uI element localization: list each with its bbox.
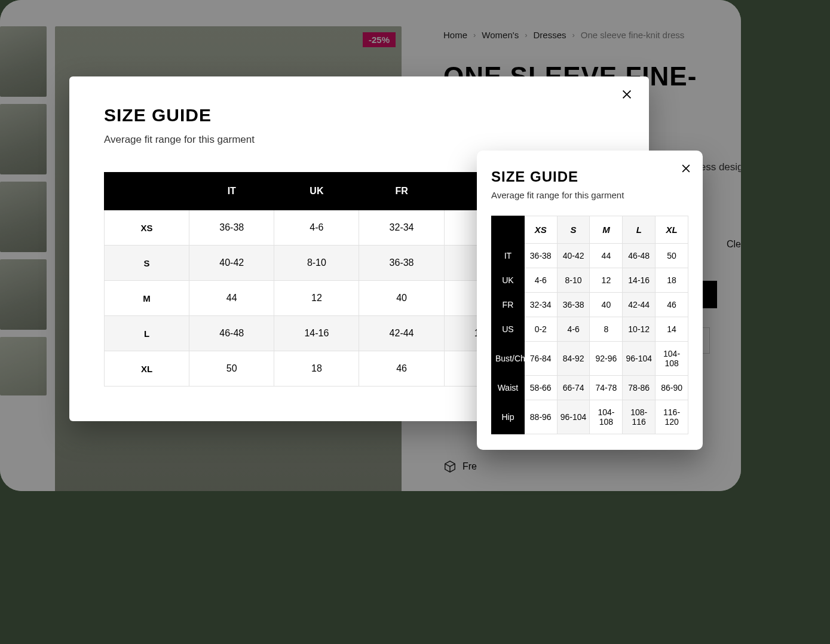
col-l: L: [623, 216, 656, 244]
cell: 44: [590, 244, 623, 268]
cell: 14-16: [274, 316, 359, 351]
size-guide-table-mobile: XS S M L XL IT 36-38 40-42 44 46-48 50 U…: [491, 216, 688, 434]
cell: 14: [656, 317, 688, 342]
cell: 12: [274, 281, 359, 316]
table-row: UK 4-6 8-10 12 14-16 18: [492, 268, 688, 293]
size-label: L: [105, 316, 189, 351]
cell: 32-34: [524, 293, 557, 317]
cell: 8-10: [274, 246, 359, 281]
cell: 40-42: [557, 244, 590, 268]
col-blank: [105, 173, 189, 210]
cell: 50: [656, 244, 688, 268]
cell: 78-86: [623, 376, 656, 400]
shipping-info: Fre: [443, 460, 477, 473]
cell: 86-90: [656, 376, 688, 400]
size-guide-subtitle: Average fit range for this garment: [104, 134, 614, 146]
cell: 84-92: [557, 342, 590, 376]
close-button[interactable]: [620, 87, 633, 104]
header-row: XS S M L XL: [492, 216, 688, 244]
size-guide-title: SIZE GUIDE: [491, 168, 688, 185]
col-blank: [492, 216, 525, 244]
shipping-label: Fre: [463, 461, 477, 472]
row-bust: Bust/Chest: [492, 342, 525, 376]
close-button[interactable]: [680, 160, 692, 179]
col-s: S: [557, 216, 590, 244]
thumbnail[interactable]: [0, 182, 47, 252]
cell: 58-66: [524, 376, 557, 400]
cell: 92-96: [590, 342, 623, 376]
thumbnail[interactable]: [0, 337, 47, 395]
cell: 18: [274, 351, 359, 387]
package-icon: [443, 460, 457, 473]
close-icon: [620, 88, 633, 101]
col-it: IT: [189, 173, 274, 210]
cell: 44: [189, 281, 274, 316]
cell: 36-38: [359, 246, 444, 281]
cell: 8: [590, 317, 623, 342]
table-row: IT 36-38 40-42 44 46-48 50: [492, 244, 688, 268]
col-fr: FR: [359, 173, 444, 210]
row-it: IT: [492, 244, 525, 268]
cell: 40: [359, 281, 444, 316]
cell: 42-44: [359, 316, 444, 351]
row-us: US: [492, 317, 525, 342]
cell: 10-12: [623, 317, 656, 342]
row-hip: Hip: [492, 400, 525, 434]
row-waist: Waist: [492, 376, 525, 400]
col-xs: XS: [524, 216, 557, 244]
table-row: FR 32-34 36-38 40 42-44 46: [492, 293, 688, 317]
cell: 4-6: [557, 317, 590, 342]
breadcrumb-home[interactable]: Home: [443, 30, 467, 40]
col-m: M: [590, 216, 623, 244]
cell: 96-104: [623, 342, 656, 376]
cell: 104-108: [656, 342, 688, 376]
size-guide-modal-mobile: SIZE GUIDE Average fit range for this ga…: [477, 151, 703, 450]
size-label: XL: [105, 351, 189, 387]
size-label: XS: [105, 210, 189, 246]
cell: 46: [656, 293, 688, 317]
close-icon: [680, 162, 692, 174]
breadcrumb: Home› Women's› Dresses› One sleeve fine-…: [443, 30, 712, 40]
cell: 4-6: [524, 268, 557, 293]
cell: 116-120: [656, 400, 688, 434]
row-uk: UK: [492, 268, 525, 293]
cell: 40: [590, 293, 623, 317]
cell: 88-96: [524, 400, 557, 434]
cell: 104-108: [590, 400, 623, 434]
breadcrumb-dresses[interactable]: Dresses: [533, 30, 566, 40]
cell: 40-42: [189, 246, 274, 281]
thumbnail[interactable]: [0, 26, 47, 97]
cell: 96-104: [557, 400, 590, 434]
cell: 46: [359, 351, 444, 387]
cell: 108-116: [623, 400, 656, 434]
cell: 66-74: [557, 376, 590, 400]
table-row: Hip 88-96 96-104 104-108 108-116 116-120: [492, 400, 688, 434]
cell: 12: [590, 268, 623, 293]
size-guide-subtitle: Average fit range for this garment: [491, 190, 688, 200]
breadcrumb-current: One sleeve fine-knit dress: [581, 30, 684, 40]
thumbnail-strip: [0, 26, 47, 395]
thumbnail[interactable]: [0, 259, 47, 330]
cell: 4-6: [274, 210, 359, 246]
cell: 18: [656, 268, 688, 293]
cell: 36-38: [557, 293, 590, 317]
cell: 14-16: [623, 268, 656, 293]
cell: 50: [189, 351, 274, 387]
cell: 46-48: [623, 244, 656, 268]
cell: 36-38: [189, 210, 274, 246]
cell: 0-2: [524, 317, 557, 342]
size-guide-title: SIZE GUIDE: [104, 105, 614, 125]
cell: 42-44: [623, 293, 656, 317]
sale-badge: -25%: [363, 32, 396, 47]
cell: 74-78: [590, 376, 623, 400]
col-uk: UK: [274, 173, 359, 210]
cell: 46-48: [189, 316, 274, 351]
clear-link[interactable]: Cle: [727, 239, 741, 250]
thumbnail[interactable]: [0, 104, 47, 174]
size-label: S: [105, 246, 189, 281]
cell: 8-10: [557, 268, 590, 293]
row-fr: FR: [492, 293, 525, 317]
size-label: M: [105, 281, 189, 316]
table-row: Waist 58-66 66-74 74-78 78-86 86-90: [492, 376, 688, 400]
breadcrumb-womens[interactable]: Women's: [482, 30, 519, 40]
